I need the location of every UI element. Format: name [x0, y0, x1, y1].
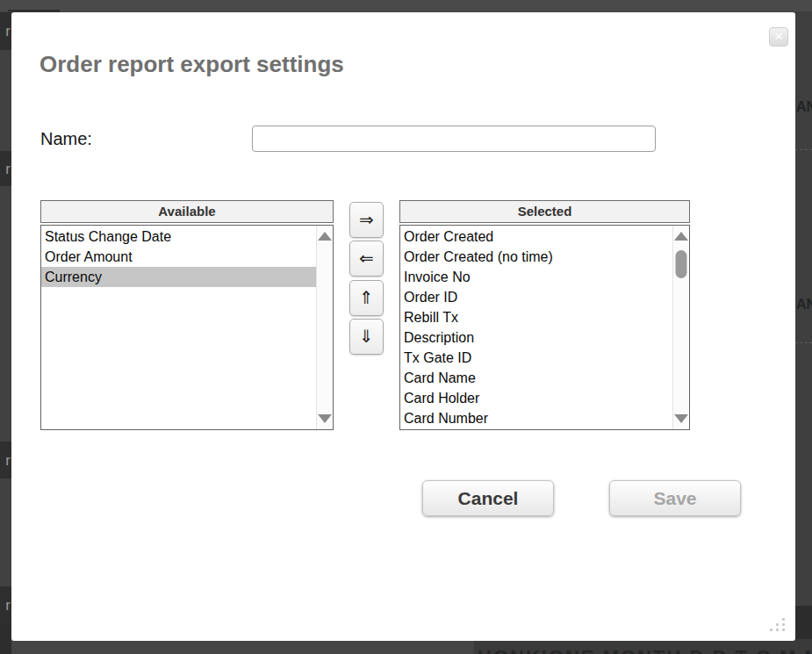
move-right-button[interactable]: ⇒	[349, 202, 384, 238]
background-dashed-line	[795, 149, 812, 150]
available-listbox[interactable]: Status Change DateOrder AmountCurrency	[40, 225, 334, 430]
background-left-bottom-block	[0, 623, 11, 654]
move-up-button[interactable]: ⇑	[349, 280, 384, 316]
list-item[interactable]: Tx Gate ID	[400, 348, 672, 368]
list-item[interactable]: Status Change Date	[41, 226, 316, 247]
name-label: Name:	[40, 129, 92, 149]
scroll-down-icon[interactable]	[674, 414, 688, 423]
list-item[interactable]: Description	[400, 327, 672, 348]
close-icon[interactable]: ✕	[769, 27, 788, 47]
selected-listbox[interactable]: Order CreatedOrder Created (no time)Invo…	[399, 225, 690, 430]
background-left-strip	[0, 11, 11, 654]
background-text-fragment: HONKIONE MONTH D D T O M N	[478, 646, 812, 654]
available-list-header: Available	[40, 200, 334, 223]
cancel-button[interactable]: Cancel	[422, 480, 554, 516]
scroll-up-icon[interactable]	[674, 232, 688, 241]
list-item[interactable]: Card Number	[400, 408, 672, 428]
list-item[interactable]: Rebill Tx	[400, 307, 672, 327]
background-top-bar	[0, 0, 812, 11]
background-text-fragment: r	[0, 12, 11, 50]
background-text-fragment: r	[0, 151, 11, 186]
background-text-fragment: r	[0, 586, 11, 623]
resize-grip[interactable]	[770, 618, 787, 634]
list-item[interactable]: Invoice No	[400, 267, 672, 287]
name-input[interactable]	[252, 126, 656, 152]
list-item[interactable]: Order Created	[400, 226, 672, 247]
list-item[interactable]: Order ID	[400, 287, 672, 307]
list-item[interactable]: Order Created (no time)	[400, 247, 672, 267]
background-text-fragment: r	[0, 442, 11, 478]
list-item[interactable]: Card Name	[400, 368, 672, 388]
available-items: Status Change DateOrder AmountCurrency	[41, 226, 316, 287]
available-scrollbar[interactable]	[316, 226, 333, 429]
dialog-title: Order report export settings	[40, 51, 344, 78]
background-text-fragment: AN	[796, 99, 812, 115]
list-item[interactable]: Order Amount	[41, 247, 316, 267]
move-left-button[interactable]: ⇐	[349, 241, 384, 277]
background-dashed-line	[795, 342, 812, 343]
selected-items: Order CreatedOrder Created (no time)Invo…	[400, 226, 672, 428]
background-text-fragment: AN	[796, 297, 812, 313]
scroll-down-icon[interactable]	[318, 414, 332, 423]
save-button[interactable]: Save	[609, 480, 741, 516]
scroll-up-icon[interactable]	[318, 232, 332, 241]
list-item[interactable]: Card Holder	[400, 388, 672, 408]
scrollbar-thumb[interactable]	[676, 250, 687, 278]
list-item[interactable]: Currency	[41, 267, 316, 287]
background-clipped-text-block: HONKIONE MONTH D D T O M N	[474, 639, 812, 654]
export-settings-dialog: ✕ Order report export settings Name: Ava…	[11, 12, 795, 641]
selected-list-header: Selected	[399, 200, 690, 223]
selected-scrollbar[interactable]	[672, 226, 689, 429]
move-down-button[interactable]: ⇓	[349, 319, 384, 355]
